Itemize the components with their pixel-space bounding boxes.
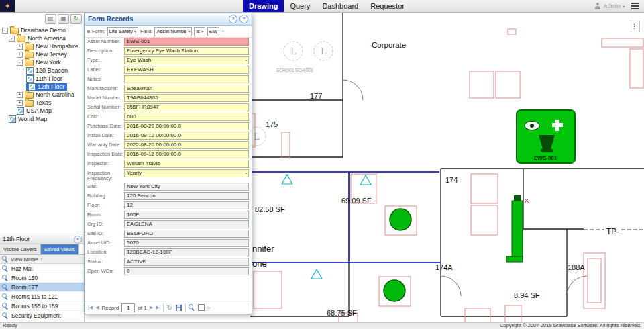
views-column-header[interactable]: View Name ↑ — [0, 255, 84, 264]
chevron-right-icon[interactable]: > — [221, 29, 224, 34]
field-value-select[interactable]: Yearly ▾ — [124, 169, 249, 177]
refresh-records-button[interactable]: ↻ — [166, 304, 172, 312]
field-label: Serial Number: — [87, 103, 124, 110]
tab-requestor[interactable]: Requestor — [364, 0, 411, 12]
filter-value-input[interactable]: EW — [207, 27, 219, 36]
field-value-readonly: New York City — [124, 183, 249, 191]
form-field-manufacturer: Manufacturer: Speakman — [87, 85, 249, 94]
form-field-type: Type: Eye Wash ▾ — [87, 56, 249, 66]
eye-wash-station-symbol[interactable]: EWS-001 — [517, 110, 575, 163]
sidebar-item-texas[interactable]: + Texas — [0, 99, 84, 107]
field-value-input[interactable]: Emergency Eye Wash Station — [124, 47, 249, 55]
field-label: Inspection Date: — [87, 150, 124, 157]
form-field-label: Label: EYEWASH — [87, 66, 249, 75]
sidebar-item-north-america[interactable]: - North America — [0, 34, 84, 42]
sidebar-item-11th-floor[interactable]: 11th Floor — [0, 75, 84, 83]
field-value-input[interactable]: 2016-09-12 00:00:00.0 — [124, 150, 249, 158]
field-select[interactable]: Asset Numbe ▾ — [154, 27, 192, 36]
drawing-options-button[interactable]: ⋮ — [629, 21, 640, 32]
tab-visible-layers[interactable]: Visible Layers — [0, 244, 41, 254]
tab-saved-views[interactable]: Saved Views — [41, 244, 79, 254]
field-value-select[interactable]: Eye Wash ▾ — [124, 56, 249, 64]
form-field-floor: Floor: 12 — [87, 201, 249, 211]
save-icon[interactable] — [175, 304, 182, 312]
fire-extinguisher-symbol[interactable] — [506, 195, 523, 262]
sidebar-item-north-carolina[interactable]: + North Carolina — [0, 91, 84, 99]
folder-icon — [25, 60, 34, 66]
form-filter-bar: Form: Life Safety ▾ Field: Asset Numbe ▾… — [85, 26, 252, 38]
equipment-circle-1[interactable] — [390, 209, 411, 230]
field-value-input[interactable]: 2016-09-12 00:00:00.0 — [124, 132, 249, 140]
tree-item-label: 11th Floor — [36, 75, 62, 82]
drawbase-logo-icon[interactable]: ✦ — [0, 0, 15, 12]
saved-view-rooms-155-159[interactable]: Rooms 155 to 159 — [0, 301, 84, 311]
zoom-to-view-icon[interactable] — [2, 284, 9, 291]
previous-record-button[interactable]: ◀ — [95, 305, 99, 310]
record-number-input[interactable] — [121, 303, 135, 312]
zoom-to-view-icon[interactable] — [2, 265, 9, 272]
field-value-input[interactable]: EYEWASH — [124, 66, 249, 74]
sidebar-item-120-beacon[interactable]: 120 Beacon — [0, 66, 84, 75]
hamburger-menu-icon[interactable] — [630, 1, 640, 11]
field-value-input[interactable]: William Travis — [124, 160, 249, 168]
field-value-input[interactable]: T9AB644805 — [124, 94, 249, 102]
sidebar-item-drawbase-demo[interactable]: - Drawbase Demo — [0, 26, 84, 34]
zoom-to-view-icon[interactable] — [2, 312, 9, 319]
record-navigation-bar: |◀ ◀ Record of 1 ▶ ▶| ↻ > — [85, 301, 252, 314]
tree-toggle-icon[interactable]: - — [2, 28, 8, 34]
form-select[interactable]: Life Safety ▾ — [107, 27, 138, 36]
tree-toggle-icon[interactable]: + — [17, 52, 23, 58]
sidebar-item-new-hampshire[interactable]: + New Hampshire — [0, 42, 84, 50]
zoom-to-view-icon[interactable] — [2, 293, 9, 300]
operator-select[interactable]: is ▾ — [194, 27, 205, 36]
user-menu[interactable]: Admin ▾ — [594, 3, 625, 9]
close-icon[interactable]: × — [239, 15, 248, 23]
tree-toggle-icon[interactable]: + — [17, 92, 23, 98]
expand-panel-icon[interactable]: > — [207, 305, 211, 311]
views-tabs: Visible Layers Saved Views — [0, 244, 84, 255]
sidebar-item-usa-map[interactable]: USA Map — [0, 107, 84, 115]
field-value-input[interactable]: 600 — [124, 113, 249, 121]
tab-dashboard[interactable]: Dashboard — [316, 0, 364, 12]
panel-collapse-icon[interactable]: ▾ — [74, 236, 82, 244]
tab-drawing[interactable]: Drawing — [243, 0, 284, 12]
field-value-input[interactable] — [124, 75, 249, 83]
saved-view-room-150[interactable]: Room 150 — [0, 273, 84, 283]
drawing-label: 174A — [435, 263, 453, 271]
zoom-to-record-icon[interactable] — [189, 304, 195, 311]
zoom-to-view-icon[interactable] — [2, 275, 9, 281]
form-records-titlebar[interactable]: Form Records ? × — [85, 13, 252, 26]
field-value-input[interactable]: 2016-08-20 00:00:00.0 — [124, 122, 249, 130]
tree-toggle-icon[interactable]: + — [17, 100, 23, 106]
sidebar-item-new-york[interactable]: - New York — [0, 58, 84, 66]
map-icon — [9, 115, 16, 123]
views-panel: 12th Floor ▾ Visible Layers Saved Views … — [0, 234, 85, 324]
sidebar-item-12th-floor[interactable]: 12th Floor — [0, 83, 84, 91]
tree-toggle-icon[interactable]: - — [9, 36, 15, 42]
tree-toggle-icon[interactable]: - — [17, 60, 23, 66]
first-record-button[interactable]: |◀ — [88, 305, 93, 310]
field-value-input[interactable]: Speakman — [124, 85, 249, 93]
field-value-input[interactable]: 856FHR8947 — [124, 103, 249, 111]
filter-value: EW — [209, 28, 217, 34]
grid-view-button[interactable]: ▦ — [58, 14, 69, 24]
tab-query[interactable]: Query — [284, 0, 316, 12]
sidebar-item-new-jersey[interactable]: + New Jersey — [0, 50, 84, 58]
saved-view-rooms-115-121[interactable]: Rooms 115 to 121 — [0, 292, 84, 301]
field-label: Notes: — [87, 75, 124, 82]
saved-view-haz-mat[interactable]: Haz Mat — [0, 264, 84, 273]
sidebar-item-world-map[interactable]: World Map — [0, 115, 84, 123]
equipment-circle-2[interactable] — [384, 280, 405, 301]
saved-view-room-177[interactable]: Room 177 — [0, 283, 84, 292]
field-value-input[interactable]: EWS-001 — [124, 38, 249, 46]
refresh-tree-button[interactable]: ↻ — [70, 14, 82, 24]
help-icon[interactable]: ? — [229, 15, 237, 23]
zoom-to-view-icon[interactable] — [2, 303, 9, 310]
tree-toggle-icon[interactable]: + — [17, 44, 23, 50]
last-record-button[interactable]: ▶| — [156, 305, 160, 310]
next-record-button[interactable]: ▶ — [150, 305, 153, 310]
highlight-checkbox[interactable] — [198, 304, 205, 311]
layers-button[interactable]: ▤ — [45, 14, 56, 24]
saved-view-security-equipment[interactable]: Security Equipment — [0, 311, 84, 320]
field-value-input[interactable]: 2022-08-20 00:00:00.0 — [124, 141, 249, 149]
